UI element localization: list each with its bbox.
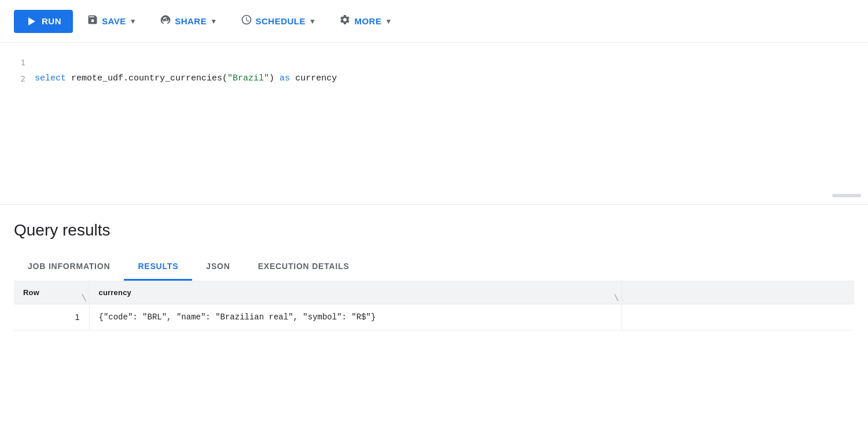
scrollbar[interactable] <box>832 194 861 197</box>
table-header-row: Row ╲ currency ╲ <box>14 281 854 304</box>
keyword-as: as <box>279 71 290 87</box>
resize-handle-row[interactable]: ╲ <box>82 295 89 301</box>
code-line-1 <box>35 54 868 71</box>
share-chevron-icon: ▼ <box>210 17 217 25</box>
save-chevron-icon: ▼ <box>130 17 137 25</box>
more-button[interactable]: MORE ▼ <box>330 8 401 34</box>
save-icon <box>87 14 98 28</box>
cell-row-number: 1 <box>14 304 89 330</box>
tabs-bar: JOB INFORMATION RESULTS JSON EXECUTION D… <box>14 253 854 281</box>
schedule-label: SCHEDULE <box>256 16 306 26</box>
svg-marker-0 <box>28 17 35 25</box>
results-title: Query results <box>14 221 854 240</box>
gear-icon <box>339 14 351 28</box>
tab-job-information[interactable]: JOB INFORMATION <box>14 253 124 281</box>
line-numbers: 1 2 <box>0 43 35 204</box>
tab-results[interactable]: RESULTS <box>124 253 192 281</box>
more-label: MORE <box>354 16 381 26</box>
code-function: remote_udf.country_currencies( <box>66 71 227 87</box>
more-chevron-icon: ▼ <box>385 17 392 25</box>
share-icon <box>160 14 171 28</box>
cell-currency-value: {"code": "BRL", "name": "Brazilian real"… <box>89 304 621 330</box>
code-paren-close: ) <box>269 71 274 87</box>
results-table: Row ╲ currency ╲ 1 {"code": "BRL", "name… <box>14 281 854 330</box>
code-space <box>274 71 279 87</box>
save-button[interactable]: SAVE ▼ <box>78 8 146 34</box>
schedule-button[interactable]: SCHEDULE ▼ <box>231 8 326 34</box>
code-alias: currency <box>290 71 337 87</box>
column-currency-label: currency <box>99 288 132 297</box>
save-label: SAVE <box>102 16 126 26</box>
toolbar: RUN SAVE ▼ SHARE ▼ SCHEDULE ▼ <box>0 0 868 43</box>
column-header-row: Row ╲ <box>14 281 89 304</box>
tab-json[interactable]: JSON <box>192 253 244 281</box>
play-icon <box>25 16 37 27</box>
column-header-empty <box>621 281 854 304</box>
code-line-2: select remote_udf.country_currencies( "B… <box>35 71 868 87</box>
run-button[interactable]: RUN <box>14 10 73 33</box>
code-content[interactable]: select remote_udf.country_currencies( "B… <box>35 43 868 204</box>
results-section: Query results JOB INFORMATION RESULTS JS… <box>0 205 868 330</box>
share-label: SHARE <box>175 16 207 26</box>
schedule-chevron-icon: ▼ <box>309 17 316 25</box>
share-button[interactable]: SHARE ▼ <box>150 8 226 34</box>
column-row-label: Row <box>23 288 39 297</box>
cell-empty <box>621 304 854 330</box>
run-label: RUN <box>42 16 61 26</box>
tab-execution-details[interactable]: EXECUTION DETAILS <box>244 253 363 281</box>
string-brazil: "Brazil" <box>227 71 269 87</box>
column-header-currency: currency ╲ <box>89 281 621 304</box>
resize-handle-currency[interactable]: ╲ <box>615 295 621 301</box>
table-row: 1 {"code": "BRL", "name": "Brazilian rea… <box>14 304 854 330</box>
code-editor[interactable]: 1 2 select remote_udf.country_currencies… <box>0 43 868 205</box>
schedule-icon <box>241 14 252 28</box>
keyword-select: select <box>35 71 66 87</box>
